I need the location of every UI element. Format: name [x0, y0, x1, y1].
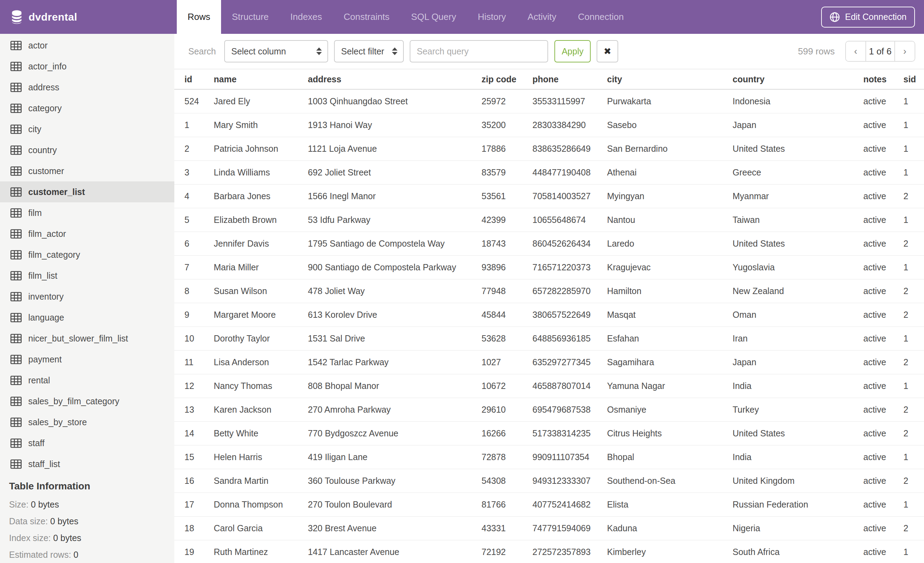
cell-city[interactable]: Elista: [607, 492, 733, 516]
cell-address[interactable]: 770 Bydgoszcz Avenue: [308, 421, 482, 445]
cell-name[interactable]: Donna Thompson: [214, 492, 308, 516]
cell-id[interactable]: 15: [174, 445, 214, 469]
cell-city[interactable]: Sasebo: [607, 113, 733, 137]
cell-address[interactable]: 900 Santiago de Compostela Parkway: [308, 255, 482, 279]
cell-city[interactable]: Nantou: [607, 208, 733, 232]
table-row[interactable]: 14Betty White770 Bydgoszcz Avenue1626651…: [174, 421, 924, 445]
cell-address[interactable]: 1417 Lancaster Avenue: [308, 540, 482, 563]
cell-id[interactable]: 12: [174, 374, 214, 398]
cell-sid[interactable]: 1: [903, 255, 924, 279]
sidebar-item-sales-by-store[interactable]: sales_by_store: [0, 411, 174, 432]
cell-phone[interactable]: 35533115997: [532, 89, 607, 113]
table-row[interactable]: 9Margaret Moore613 Korolev Drive45844380…: [174, 303, 924, 326]
cell-notes[interactable]: active: [863, 492, 903, 516]
cell-notes[interactable]: active: [863, 374, 903, 398]
sidebar-item-film[interactable]: film: [0, 202, 174, 223]
filter-select[interactable]: Select filter: [334, 40, 404, 62]
tab-structure[interactable]: Structure: [221, 0, 280, 34]
next-page-button[interactable]: ›: [895, 42, 915, 61]
cell-sid[interactable]: 2: [903, 303, 924, 326]
cell-phone[interactable]: 517338314235: [532, 421, 607, 445]
cell-address[interactable]: 1542 Tarlac Parkway: [308, 350, 482, 374]
cell-country[interactable]: United States: [733, 232, 863, 255]
cell-id[interactable]: 16: [174, 469, 214, 492]
cell-sid[interactable]: 2: [903, 232, 924, 255]
cell-phone[interactable]: 860452626434: [532, 232, 607, 255]
cell-zip-code[interactable]: 29610: [482, 398, 532, 421]
cell-city[interactable]: Bhopal: [607, 445, 733, 469]
cell-city[interactable]: San Bernardino: [607, 137, 733, 161]
cell-sid[interactable]: 2: [903, 184, 924, 208]
cell-city[interactable]: Southend-on-Sea: [607, 469, 733, 492]
cell-id[interactable]: 4: [174, 184, 214, 208]
table-row[interactable]: 15Helen Harris419 Iligan Lane72878990911…: [174, 445, 924, 469]
cell-name[interactable]: Linda Williams: [214, 161, 308, 184]
cell-sid[interactable]: 1: [903, 374, 924, 398]
cell-address[interactable]: 53 Idfu Parkway: [308, 208, 482, 232]
cell-country[interactable]: Japan: [733, 113, 863, 137]
cell-name[interactable]: Barbara Jones: [214, 184, 308, 208]
cell-country[interactable]: Taiwan: [733, 208, 863, 232]
cell-country[interactable]: India: [733, 445, 863, 469]
cell-country[interactable]: Nigeria: [733, 516, 863, 540]
cell-phone[interactable]: 705814003527: [532, 184, 607, 208]
cell-zip-code[interactable]: 72192: [482, 540, 532, 563]
cell-id[interactable]: 5: [174, 208, 214, 232]
cell-address[interactable]: 419 Iligan Lane: [308, 445, 482, 469]
cell-sid[interactable]: 1: [903, 113, 924, 137]
cell-city[interactable]: Kragujevac: [607, 255, 733, 279]
cell-notes[interactable]: active: [863, 421, 903, 445]
sidebar-item-film-list[interactable]: film_list: [0, 265, 174, 286]
cell-id[interactable]: 14: [174, 421, 214, 445]
cell-id[interactable]: 9: [174, 303, 214, 326]
sidebar-item-inventory[interactable]: inventory: [0, 286, 174, 307]
table-row[interactable]: 19Ruth Martinez1417 Lancaster Avenue7219…: [174, 540, 924, 563]
cell-city[interactable]: Osmaniye: [607, 398, 733, 421]
cell-zip-code[interactable]: 42399: [482, 208, 532, 232]
apply-button[interactable]: Apply: [554, 40, 591, 62]
cell-name[interactable]: Patricia Johnson: [214, 137, 308, 161]
cell-country[interactable]: Myanmar: [733, 184, 863, 208]
cell-phone[interactable]: 407752414682: [532, 492, 607, 516]
cell-address[interactable]: 692 Joliet Street: [308, 161, 482, 184]
tab-history[interactable]: History: [467, 0, 517, 34]
cell-id[interactable]: 6: [174, 232, 214, 255]
cell-address[interactable]: 613 Korolev Drive: [308, 303, 482, 326]
sidebar-item-rental[interactable]: rental: [0, 370, 174, 391]
cell-phone[interactable]: 10655648674: [532, 208, 607, 232]
cell-sid[interactable]: 2: [903, 350, 924, 374]
cell-zip-code[interactable]: 16266: [482, 421, 532, 445]
table-row[interactable]: 6Jennifer Davis1795 Santiago de Composte…: [174, 232, 924, 255]
cell-zip-code[interactable]: 45844: [482, 303, 532, 326]
cell-sid[interactable]: 1: [903, 445, 924, 469]
cell-name[interactable]: Elizabeth Brown: [214, 208, 308, 232]
cell-country[interactable]: Russian Federation: [733, 492, 863, 516]
cell-notes[interactable]: active: [863, 445, 903, 469]
cell-sid[interactable]: 1: [903, 326, 924, 350]
cell-phone[interactable]: 448477190408: [532, 161, 607, 184]
cell-notes[interactable]: active: [863, 540, 903, 563]
cell-notes[interactable]: active: [863, 89, 903, 113]
cell-name[interactable]: Carol Garcia: [214, 516, 308, 540]
cell-notes[interactable]: active: [863, 137, 903, 161]
cell-notes[interactable]: active: [863, 469, 903, 492]
cell-phone[interactable]: 716571220373: [532, 255, 607, 279]
table-row[interactable]: 12Nancy Thomas808 Bhopal Manor1067246588…: [174, 374, 924, 398]
cell-zip-code[interactable]: 43331: [482, 516, 532, 540]
cell-zip-code[interactable]: 35200: [482, 113, 532, 137]
cell-sid[interactable]: 2: [903, 516, 924, 540]
cell-name[interactable]: Betty White: [214, 421, 308, 445]
cell-address[interactable]: 320 Brest Avenue: [308, 516, 482, 540]
cell-id[interactable]: 11: [174, 350, 214, 374]
cell-name[interactable]: Mary Smith: [214, 113, 308, 137]
tab-rows[interactable]: Rows: [177, 0, 221, 34]
cell-id[interactable]: 10: [174, 326, 214, 350]
cell-id[interactable]: 18: [174, 516, 214, 540]
tab-connection[interactable]: Connection: [567, 0, 634, 34]
cell-name[interactable]: Dorothy Taylor: [214, 326, 308, 350]
sidebar-item-film-actor[interactable]: film_actor: [0, 223, 174, 244]
cell-country[interactable]: United Kingdom: [733, 469, 863, 492]
cell-country[interactable]: Turkey: [733, 398, 863, 421]
cell-name[interactable]: Lisa Anderson: [214, 350, 308, 374]
cell-name[interactable]: Jared Ely: [214, 89, 308, 113]
